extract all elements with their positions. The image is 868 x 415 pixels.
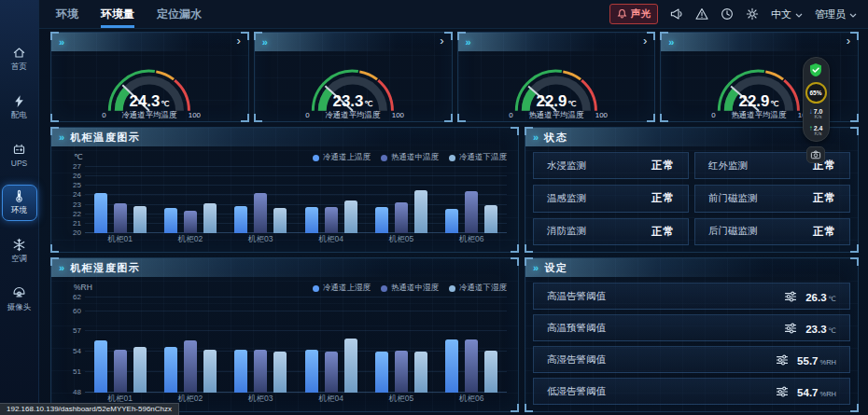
sidebar-item-home[interactable]: 首页 [2, 41, 37, 77]
score-ring[interactable]: 65% [805, 82, 827, 104]
bar [203, 203, 217, 233]
setting-row: 高温告警阈值26.3℃ [533, 283, 850, 310]
temperature-gauge: 23.3℃0冷通道平均温度100 [255, 50, 452, 121]
gauge-min: 0 [711, 111, 716, 119]
legend-item[interactable]: 冷通道上温度 [313, 152, 371, 163]
panel-chevron-icon: » [262, 37, 268, 48]
main-content: »›24.3℃0冷通道平均温度100»›23.3℃0冷通道平均温度100»›22… [50, 32, 859, 412]
gear-icon[interactable] [746, 7, 759, 21]
bar-group: 机柜01 [85, 167, 155, 233]
home-icon [12, 46, 26, 60]
bar [234, 350, 247, 393]
bar [445, 209, 458, 233]
status-label: 消防监测 [547, 225, 586, 238]
tab-leak-location[interactable]: 定位漏水 [157, 0, 202, 28]
screenshot-camera-icon[interactable] [806, 146, 825, 163]
x-axis-label: 机柜04 [296, 234, 366, 245]
gauge-value: 22.9℃ [536, 92, 576, 110]
setting-row: 高温预警阈值23.3℃ [533, 314, 850, 341]
sliders-icon[interactable] [784, 290, 797, 303]
expand-arrow[interactable]: › [440, 35, 443, 47]
setting-unit: ℃ [829, 295, 836, 303]
panel-header: » 机柜温度图示 [51, 128, 518, 146]
sliders-icon[interactable] [776, 385, 789, 398]
chevron-down-icon [795, 8, 803, 20]
shield-check-icon[interactable] [808, 62, 823, 77]
legend-item[interactable]: 热通道中湿度 [381, 283, 439, 294]
legend-item[interactable]: 冷通道下湿度 [449, 283, 507, 294]
warning-triangle-icon[interactable] [695, 7, 708, 21]
speaker-horn-icon[interactable] [670, 7, 683, 21]
x-axis-label: 机柜06 [437, 394, 507, 405]
sidebar-item-env[interactable]: 环境 [2, 185, 37, 221]
setting-value: 26.3 [805, 292, 826, 303]
user-dropdown[interactable]: 管理员 [815, 7, 857, 21]
expand-arrow[interactable]: › [847, 35, 850, 47]
x-axis-label: 机柜05 [366, 234, 436, 245]
bar [465, 191, 478, 233]
tab-environment[interactable]: 环境 [56, 0, 78, 28]
x-axis-label: 机柜05 [366, 394, 436, 405]
panel-title: 设定 [544, 261, 567, 275]
bar [254, 193, 267, 233]
sidebar-item-ups[interactable]: UPS [2, 138, 37, 173]
browser-link-preview: 192.168.10.139/dashboard/52eMYYEh-596nCh… [0, 403, 179, 415]
setting-label: 低湿告警阈值 [547, 385, 606, 398]
bar [94, 340, 107, 393]
card-header: »› [661, 33, 858, 51]
panel-chevron-icon: » [59, 132, 64, 143]
overlay-pill: 65% ↓ 7.0K/s ↑ 2.4K/s [803, 57, 830, 142]
x-axis-label: 机柜03 [226, 394, 296, 405]
panel-title: 状态 [544, 131, 567, 145]
bar-group: 机柜02 [155, 167, 225, 233]
bar [273, 208, 287, 233]
tab-environment-metrics[interactable]: 环境量 [101, 0, 134, 28]
setting-row: 低湿告警阈值54.7%RH [533, 378, 850, 405]
y-axis-unit: ℃ [74, 152, 83, 161]
download-arrow-icon: ↓ [809, 108, 813, 116]
bar [133, 206, 147, 233]
bar [184, 211, 197, 233]
alarm-bell-icon [617, 8, 627, 21]
sidebar-item-label: 首页 [11, 62, 27, 73]
card-header: »› [51, 33, 248, 51]
bar [203, 350, 217, 393]
status-cell: 温感监测正常 [533, 185, 689, 212]
bar [184, 340, 197, 393]
clock-icon[interactable] [721, 7, 734, 21]
gauge-min: 0 [102, 111, 106, 119]
gauge-card-1: »›24.3℃0冷通道平均温度100 [50, 32, 249, 122]
legend-dot [449, 155, 455, 161]
legend-item[interactable]: 冷通道上湿度 [313, 283, 371, 294]
bar-group: 机柜02 [155, 297, 225, 393]
settings-rows: 高温告警阈值26.3℃高温预警阈值23.3℃高湿告警阈值55.7%RH低湿告警阈… [533, 283, 850, 405]
status-label: 红外监测 [708, 159, 748, 173]
status-label: 水浸监测 [547, 159, 586, 173]
x-axis-label: 机柜03 [226, 234, 296, 245]
sidebar-item-camera[interactable]: 摄像头 [2, 282, 37, 318]
bar-group: 机柜05 [366, 167, 436, 233]
bar-group: 机柜01 [85, 297, 155, 393]
temperature-gauge: 22.9℃0热通道平均温度100 [458, 50, 655, 121]
legend-item[interactable]: 热通道中温度 [381, 152, 439, 163]
sidebar-item-power[interactable]: 配电 [2, 90, 37, 126]
thermometer-icon [12, 189, 26, 203]
sliders-icon[interactable] [776, 353, 789, 367]
sidebar-item-ac[interactable]: 空调 [2, 233, 37, 270]
bar [114, 203, 127, 233]
bar [395, 202, 408, 233]
language-dropdown[interactable]: 中文 [771, 7, 803, 21]
legend-dot [381, 155, 387, 161]
temperature-chart: ℃ 冷通道上温度热通道中温度冷通道下温度 2021222324252627机柜0… [61, 152, 509, 246]
sound-light-alarm-button[interactable]: 声光 [609, 4, 658, 24]
panel-chevron-icon: » [533, 263, 539, 273]
chevron-down-icon [849, 8, 857, 20]
setting-unit: ℃ [829, 326, 836, 335]
legend-item[interactable]: 冷通道下温度 [449, 152, 507, 163]
upload-rate: ↑ 2.4K/s [809, 125, 823, 137]
sliders-icon[interactable] [784, 322, 797, 335]
expand-arrow[interactable]: › [643, 35, 647, 47]
bar-group: 机柜03 [226, 167, 296, 233]
download-rate: ↓ 7.0K/s [809, 108, 823, 120]
expand-arrow[interactable]: › [236, 35, 240, 47]
